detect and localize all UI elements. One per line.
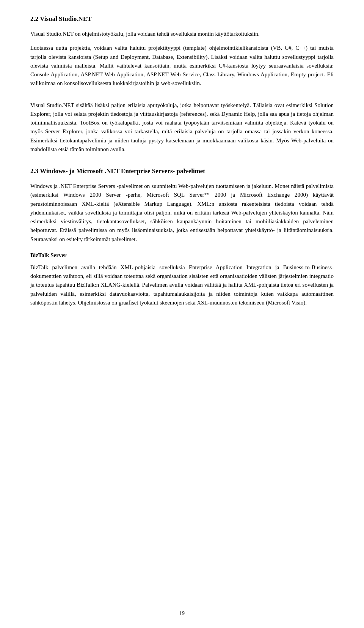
section-2-2: 2.2 Visual Studio.NET Visual Studio.NET … (30, 15, 334, 154)
section-2-2-para-2: Luotaessa uutta projektia, voidaan valit… (30, 44, 334, 88)
page-number: 19 (179, 611, 185, 617)
section-2-3-heading: 2.3 Windows- ja Microsoft .NET Enterpris… (30, 167, 334, 175)
biztalk-paragraph: BizTalk palvelimen avulla tehdään XML-po… (30, 263, 334, 307)
biztalk-heading: BizTalk Server (30, 252, 334, 259)
section-2-2-para-1: Visual Studio.NET on ohjelmistotyökalu, … (30, 30, 334, 38)
section-2-2-heading: 2.2 Visual Studio.NET (30, 15, 334, 23)
section-2-3: 2.3 Windows- ja Microsoft .NET Enterpris… (30, 167, 334, 307)
page-container: 2.2 Visual Studio.NET Visual Studio.NET … (0, 0, 364, 628)
section-2-3-para-1: Windows ja .NET Enterprise Servers -palv… (30, 182, 334, 244)
section-2-2-para-3: Visual Studio.NET sisältää lisäksi paljo… (30, 101, 334, 154)
